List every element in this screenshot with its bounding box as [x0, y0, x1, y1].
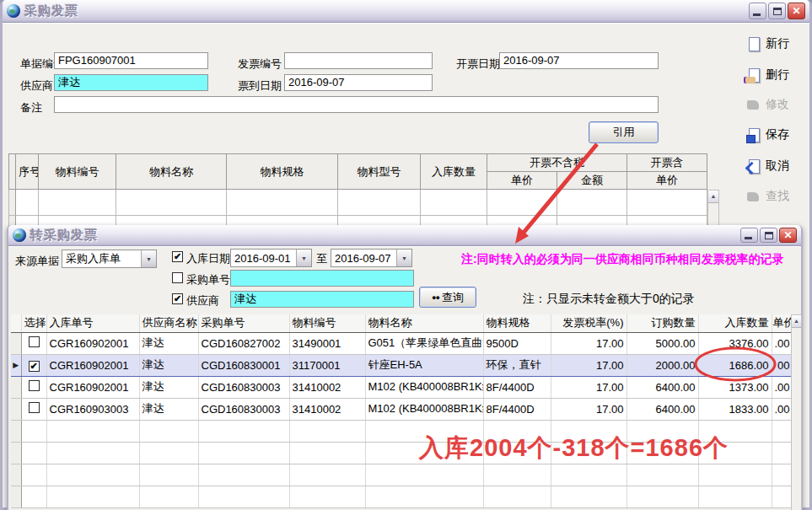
new-row-button[interactable]: 新行	[746, 34, 812, 54]
cancel-label: 取消	[766, 158, 789, 174]
maximize-icon	[773, 8, 782, 15]
query-button-label: 查询	[442, 290, 464, 305]
invoice-date-input[interactable]: 2016-09-07	[499, 52, 659, 69]
col-material-spec[interactable]: 物料规格	[227, 154, 338, 190]
date-to-value: 2016-09-07	[331, 252, 396, 265]
empty-item-row[interactable]	[9, 190, 707, 216]
po-no-checkbox[interactable]	[172, 272, 183, 283]
transfer-invoice-dialog: 转采购发票 ✕ 来源单据 采购入库单 ▼ ✔ 入库日期 2016-09-01 ▼…	[7, 225, 803, 510]
items-header-row-1: 序号 物料编号 物料名称 物料规格 物料型号 入库数量 开票不含税 开票含	[9, 154, 707, 172]
main-titlebar[interactable]: 采购发票 ✕	[3, 0, 809, 23]
delete-row-icon	[746, 68, 761, 83]
dialog-maximize-button[interactable]	[760, 228, 777, 243]
date-from-select[interactable]: 2016-09-01 ▼	[230, 249, 312, 267]
dialog-titlebar[interactable]: 转采购发票 ✕	[8, 225, 801, 246]
dialog-window-controls: ✕	[740, 228, 797, 243]
transfer-records-table[interactable]: 选择 入库单号 供应商名称 采购单号 物料编号 物料名称 物料规格 发票税率(%…	[11, 314, 791, 508]
chevron-down-icon[interactable]: ▼	[396, 250, 411, 266]
find-icon	[746, 190, 761, 204]
close-button[interactable]: ✕	[788, 3, 805, 19]
date-to-select[interactable]: 2016-09-07 ▼	[331, 249, 412, 267]
untransferred-note: 注：只显示未转金额大于0的记录	[523, 292, 695, 307]
dialog-supplier-input[interactable]: 津达	[230, 291, 414, 308]
empty-record-row[interactable]	[11, 442, 791, 464]
source-doc-select[interactable]: 采购入库单 ▼	[62, 250, 157, 268]
transfer-records-grid: 选择 入库单号 供应商名称 采购单号 物料编号 物料名称 物料规格 发票税率(%…	[11, 314, 791, 510]
remark-input[interactable]	[54, 96, 659, 113]
col-material-spec[interactable]: 物料规格	[483, 314, 551, 332]
col-po-no[interactable]: 采购单号	[198, 314, 289, 332]
supplier-label: 供应商	[20, 78, 53, 94]
row-checkbox[interactable]	[29, 380, 40, 391]
dialog-title: 转采购发票	[30, 228, 98, 244]
remark-label: 备注	[20, 99, 42, 116]
row-indicator-header	[11, 314, 21, 332]
group-incl-tax: 开票含	[627, 154, 707, 172]
minimize-button[interactable]	[749, 3, 766, 19]
arrival-date-label: 票到日期	[238, 78, 282, 94]
maximize-button[interactable]	[768, 3, 786, 19]
modify-button[interactable]: 修改	[746, 94, 812, 115]
invoice-no-input[interactable]	[284, 52, 433, 69]
po-no-label: 采购单号	[186, 271, 230, 288]
record-row-1[interactable]: CGR160902001津达 CGD16082700231490001 G051…	[11, 332, 791, 354]
col-material-name[interactable]: 物料名称	[116, 154, 227, 190]
col-material-model[interactable]: 物料型号	[338, 154, 421, 190]
po-no-input[interactable]	[230, 270, 414, 287]
arrival-date-input[interactable]: 2016-09-07	[284, 74, 433, 91]
supplier-input[interactable]: 津达	[54, 74, 208, 91]
col-material-name[interactable]: 物料名称	[365, 314, 483, 332]
date-to-label: 至	[316, 250, 327, 267]
screen: 采购发票 ✕ 单据编号 FPG160907001 发票编号 开票日期 2016-…	[0, 0, 812, 510]
row-checkbox[interactable]	[29, 402, 40, 413]
scroll-up-icon[interactable]: ▲	[708, 191, 718, 203]
col-inbound-no[interactable]: 入库单号	[46, 314, 139, 332]
query-button[interactable]: ●● 查询	[419, 287, 476, 308]
modify-icon	[746, 98, 761, 112]
cancel-icon	[746, 159, 761, 174]
col-unit-price-incl[interactable]: 单价	[627, 172, 707, 190]
col-amount-excl[interactable]: 金额	[557, 172, 627, 190]
col-inbound-qty[interactable]: 入库数量	[698, 314, 772, 332]
col-select[interactable]: 选择	[21, 314, 46, 332]
cancel-button[interactable]: 取消	[746, 156, 812, 176]
row-checkbox[interactable]	[29, 336, 40, 347]
save-label: 保存	[766, 127, 789, 142]
binoculars-icon: ●●	[432, 293, 439, 302]
col-inbound-qty[interactable]: 入库数量	[421, 154, 487, 190]
app-icon	[7, 4, 20, 18]
record-row-3[interactable]: CGR160902001津达 CGD16083000331410002 M102…	[11, 376, 791, 398]
row-indicator-header	[9, 154, 16, 190]
records-grid-scrollbar[interactable]: ▲	[791, 314, 802, 510]
inbound-date-checkbox[interactable]: ✔	[172, 251, 183, 262]
row-checkbox[interactable]: ✔	[29, 361, 40, 372]
save-button[interactable]: 保存	[746, 125, 812, 145]
col-unit-price[interactable]: 单价	[772, 314, 791, 332]
minimize-icon	[745, 237, 752, 239]
chevron-down-icon[interactable]: ▼	[141, 250, 156, 267]
quote-button[interactable]: 引用	[589, 121, 659, 143]
invoice-date-label: 开票日期	[456, 56, 500, 72]
col-seq[interactable]: 序号	[16, 154, 39, 190]
new-row-icon	[746, 37, 761, 51]
col-material-no[interactable]: 物料编号	[289, 314, 365, 332]
dialog-close-button[interactable]: ✕	[779, 228, 797, 243]
scroll-up-icon[interactable]: ▲	[792, 315, 801, 328]
col-tax-rate[interactable]: 发票税率(%)	[551, 314, 626, 332]
col-unit-price-excl[interactable]: 单价	[487, 172, 557, 190]
doc-no-input[interactable]: FPG160907001	[54, 52, 208, 69]
col-material-no[interactable]: 物料编号	[39, 154, 116, 190]
delete-row-button[interactable]: 删行	[746, 65, 812, 85]
empty-record-row[interactable]	[11, 420, 791, 442]
col-supplier-name[interactable]: 供应商名称	[139, 314, 198, 332]
chevron-down-icon[interactable]: ▼	[296, 250, 311, 266]
dialog-supplier-checkbox[interactable]: ✔	[172, 293, 183, 304]
empty-record-row[interactable]	[11, 464, 791, 486]
col-order-qty[interactable]: 订购数量	[626, 314, 698, 332]
tax-rate-note: 注:同时转入的必须为同一供应商相同币种相同发票税率的记录	[461, 252, 784, 267]
record-row-2-selected[interactable]: ▶ ✔ CGR160902001津达 CGD16083000131170001 …	[11, 354, 791, 376]
dialog-minimize-button[interactable]	[740, 228, 758, 243]
record-row-4[interactable]: CGR160903003津达 CGD16083000331410002 M102…	[11, 398, 791, 420]
find-button[interactable]: 查找	[746, 186, 812, 207]
empty-record-row[interactable]	[11, 486, 791, 507]
